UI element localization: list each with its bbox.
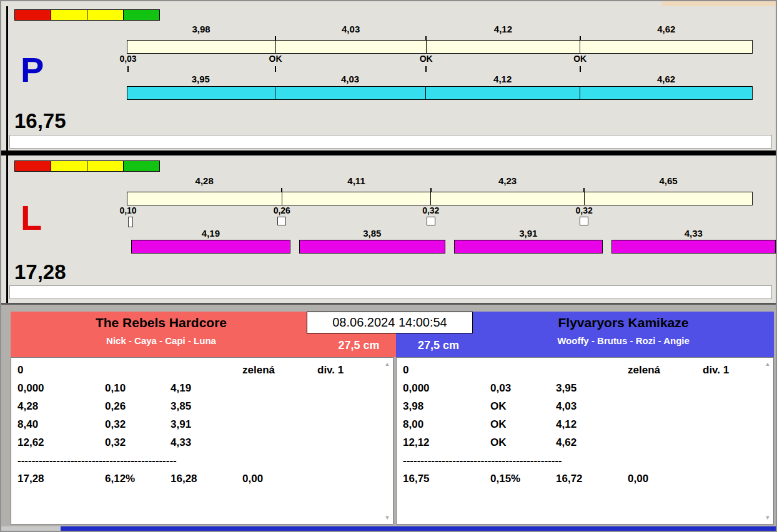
table-info-row: 0 zelená div. 1 (403, 364, 760, 382)
cell: 0,000 (403, 382, 490, 400)
cell: 4,12 (556, 418, 628, 436)
bar-segment (580, 41, 752, 53)
bar-segment (427, 41, 580, 53)
marker-label: 0,03 (119, 54, 136, 64)
team-name: Flyvaryors Kamikaze (474, 315, 773, 330)
split-label: 3,98 (127, 24, 275, 34)
cell: 0 (17, 364, 105, 382)
cell (628, 382, 703, 400)
cell (490, 364, 556, 382)
result-row: 3,98 OK 4,03 (403, 400, 760, 418)
lane-status-strip (9, 135, 772, 149)
cell: 17,28 (17, 473, 105, 491)
cell: 0 (403, 364, 490, 382)
results-section: The Rebels Hardcore Nick - Caya - Capi -… (1, 303, 776, 529)
bar-segment (426, 87, 580, 99)
cell: zelená (242, 364, 317, 382)
split-label: 3,91 (454, 228, 603, 239)
bar-segment (275, 87, 426, 99)
cell (628, 436, 703, 455)
cell (703, 400, 760, 418)
totals-row: 16,75 0,15% 16,72 0,00 (403, 473, 760, 491)
cell: 3,95 (556, 382, 628, 400)
cell: div. 1 (317, 364, 379, 382)
cell: 0,000 (17, 382, 105, 400)
lane-l-dog-bars: 4,19 3,85 3,91 4,33 (131, 175, 776, 257)
cell: 4,33 (171, 436, 242, 455)
traffic-light-yellow-1 (51, 9, 87, 21)
bar-segment (276, 41, 427, 53)
split-bar-bottom (131, 240, 776, 254)
lane-total-time: 17,28 (14, 262, 66, 282)
cell: 12,12 (403, 436, 490, 455)
scroll-down-arrow-icon[interactable]: ▼ (383, 513, 392, 522)
result-row: 12,12 OK 4,62 (403, 436, 760, 455)
bar-segment (131, 240, 290, 254)
scroll-up-arrow-icon[interactable]: ▲ (763, 360, 772, 368)
cell (703, 382, 760, 400)
traffic-light-green (123, 160, 160, 172)
traffic-light-red (14, 9, 51, 21)
marker-tick (275, 66, 276, 72)
traffic-light (14, 9, 159, 21)
traffic-light-red (14, 160, 51, 172)
scroll-up-arrow-icon[interactable]: ▲ (383, 360, 392, 368)
traffic-light-yellow-2 (87, 9, 124, 21)
results-table: 0 zelená div. 1 0,000 0,10 4,19 4,28 0,2… (17, 364, 379, 491)
cell: 0,32 (105, 436, 171, 455)
results-table: 0 zelená div. 1 0,000 0,03 3,95 3,98 OK … (403, 364, 760, 491)
marker-label: OK (269, 54, 282, 64)
cell: 6,12% (105, 473, 171, 491)
scroll-down-arrow-icon[interactable]: ▼ (763, 513, 772, 522)
result-row: 4,28 0,26 3,85 (17, 400, 379, 418)
split-labels-bottom: 4,19 3,85 3,91 4,33 (131, 228, 776, 239)
team-left-results-panel: 0 zelená div. 1 0,000 0,10 4,19 4,28 0,2… (11, 357, 393, 525)
jump-height-label: 27,5 cm (401, 339, 476, 352)
scrollbar[interactable]: ▲ ▼ (383, 360, 392, 522)
cell (317, 418, 379, 436)
cell: 16,75 (403, 473, 490, 491)
app-window: P 3,98 4,03 4,12 4,62 0,03 OK OK OK (0, 0, 777, 532)
cell: OK (490, 436, 556, 455)
split-label: 4,12 (425, 74, 580, 84)
cell (317, 382, 379, 400)
cell: 3,85 (171, 400, 242, 418)
result-row: 0,000 0,10 4,19 (17, 382, 379, 400)
team-dogs-list: Wooffy - Brutus - Rozi - Angie (474, 335, 773, 346)
cell: 8,00 (403, 418, 490, 436)
traffic-light-yellow-2 (87, 160, 124, 172)
split-label: 4,62 (580, 24, 753, 34)
scrollbar[interactable]: ▲ ▼ (763, 360, 772, 522)
cell (317, 400, 379, 418)
cell: 0,10 (105, 382, 171, 400)
cell (628, 400, 703, 418)
cell: 4,19 (171, 382, 242, 400)
split-label: 4,19 (131, 228, 290, 239)
split-bar-bottom (127, 86, 753, 100)
cell (317, 473, 379, 491)
separator-row: ----------------------------------------… (17, 455, 379, 473)
split-label: 3,85 (299, 228, 445, 239)
bar-segment (580, 87, 752, 99)
cell: 8,40 (17, 418, 105, 436)
lane-letter: P (21, 52, 44, 87)
cell: 12,62 (17, 436, 105, 455)
cell (171, 364, 242, 382)
bar-segment (127, 87, 275, 99)
bar-segment (611, 240, 776, 254)
table-info-row: 0 zelená div. 1 (17, 364, 379, 382)
split-label: 4,03 (275, 24, 426, 34)
cell (242, 418, 317, 436)
cell: zelená (628, 364, 703, 382)
cell: 0,03 (490, 382, 556, 400)
lane-p-bars: 3,98 4,03 4,12 4,62 0,03 OK OK OK (127, 24, 753, 102)
split-bar-top (127, 40, 753, 54)
result-row: 8,40 0,32 3,91 (17, 418, 379, 436)
marker-tick (127, 66, 129, 72)
marker-tick (425, 66, 427, 72)
cell (628, 418, 703, 436)
background-window-strip (662, 1, 776, 6)
split-labels-top: 3,98 4,03 4,12 4,62 (127, 24, 753, 34)
cell (242, 436, 317, 455)
cell: 3,91 (171, 418, 242, 436)
